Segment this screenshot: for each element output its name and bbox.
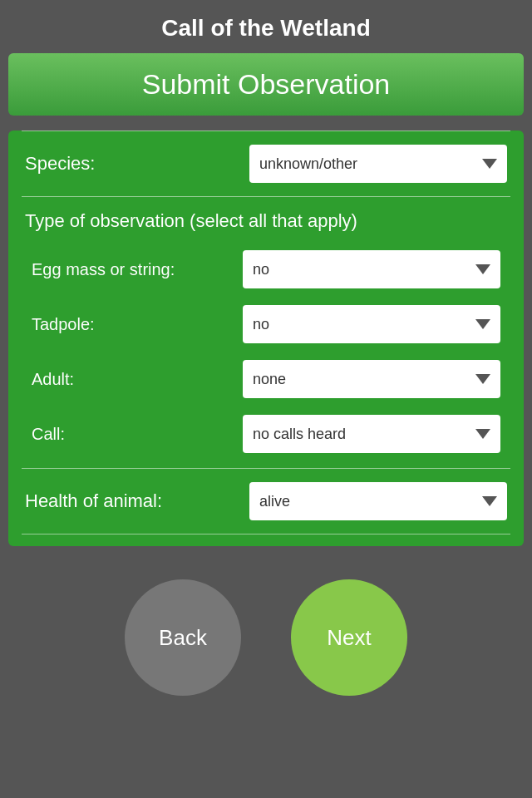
egg-mass-row: Egg mass or string: no (8, 242, 524, 297)
egg-mass-select[interactable]: no (243, 250, 500, 288)
submit-banner: Submit Observation (8, 53, 524, 116)
tadpole-row: Tadpole: no (8, 297, 524, 352)
adult-row: Adult: none (8, 352, 524, 406)
health-value: alive (259, 493, 290, 510)
call-select[interactable]: no calls heard (243, 415, 500, 453)
tadpole-value: no (253, 316, 269, 333)
chevron-down-icon (475, 264, 490, 274)
chevron-down-icon (475, 429, 490, 439)
app-title: Call of the Wetland (161, 15, 371, 41)
health-label: Health of animal: (25, 490, 162, 512)
buttons-area: Back Next (0, 579, 532, 696)
app-header: Call of the Wetland (0, 0, 532, 53)
egg-mass-value: no (253, 261, 269, 278)
adult-label: Adult: (32, 370, 190, 389)
adult-select[interactable]: none (243, 360, 500, 398)
submit-banner-text: Submit Observation (142, 68, 391, 100)
next-button[interactable]: Next (291, 579, 407, 696)
call-row: Call: no calls heard (8, 406, 524, 461)
species-value: unknown/other (259, 155, 357, 173)
species-select[interactable]: unknown/other (249, 145, 507, 183)
species-label: Species: (25, 153, 95, 175)
health-row: Health of animal: alive (8, 469, 524, 534)
back-button[interactable]: Back (125, 579, 241, 696)
form-area: Species: unknown/other Type of observati… (8, 131, 524, 546)
back-label: Back (159, 625, 207, 651)
species-row: Species: unknown/other (8, 131, 524, 196)
obs-type-header: Type of observation (select all that app… (8, 197, 524, 242)
egg-mass-label: Egg mass or string: (32, 260, 190, 279)
health-select[interactable]: alive (249, 482, 507, 520)
tadpole-select[interactable]: no (243, 305, 500, 343)
adult-value: none (253, 371, 286, 388)
chevron-down-icon (475, 374, 490, 384)
tadpole-label: Tadpole: (32, 315, 190, 334)
call-value: no calls heard (253, 426, 346, 443)
next-label: Next (327, 625, 371, 651)
divider-health (22, 534, 510, 534)
chevron-down-icon (482, 159, 497, 169)
chevron-down-icon (475, 319, 490, 329)
call-label: Call: (32, 425, 190, 444)
obs-type-label: Type of observation (select all that app… (25, 210, 357, 231)
chevron-down-icon (482, 496, 497, 506)
